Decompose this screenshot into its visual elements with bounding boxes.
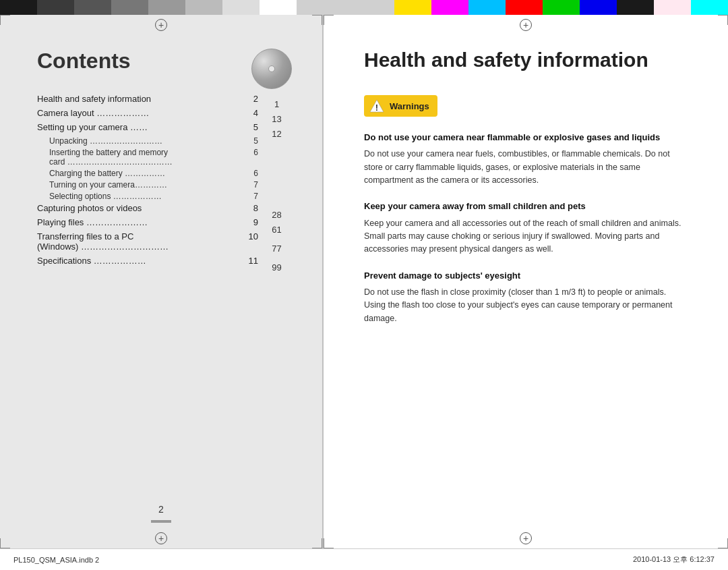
right-num-77: 77 bbox=[272, 237, 281, 260]
footer-right: 2010-01-13 오후 6:12:37 bbox=[633, 554, 715, 565]
toc-entry-specs: Specifications ……………… 11 bbox=[37, 256, 258, 266]
safety-body-3: Do not use the flash in close proximity … bbox=[364, 286, 688, 325]
toc-entry-selecting: Selecting options ……………… 7 bbox=[37, 192, 258, 201]
footer-bar: PL150_QSM_ASIA.indb 2 2010-01-13 오후 6:12… bbox=[0, 548, 728, 570]
right-num-12: 12 bbox=[272, 126, 281, 141]
toc-entry-playing: Playing files ………………… 9 bbox=[37, 217, 258, 227]
safety-heading-1: Do not use your camera near flammable or… bbox=[364, 132, 688, 144]
right-corner-trim-tl bbox=[324, 15, 334, 25]
toc-entry-camera-layout: Camera layout ……………… 4 bbox=[37, 108, 258, 118]
right-corner-trim-br bbox=[718, 538, 728, 548]
footer-left: PL150_QSM_ASIA.indb 2 bbox=[13, 556, 99, 564]
right-color-bars bbox=[324, 0, 728, 15]
safety-body-2: Keep your camera and all accessories out… bbox=[364, 217, 688, 256]
toc-entry-transferring: Transferring files to a PC(Windows) …………… bbox=[37, 231, 258, 252]
corner-trim-tl bbox=[0, 15, 10, 25]
right-num-28: 28 bbox=[272, 207, 281, 222]
cd-icon bbox=[251, 49, 292, 89]
toc-entry-setup: Setting up your camera …… 5 bbox=[37, 122, 258, 132]
reg-mark-top bbox=[154, 18, 168, 32]
page-number-line bbox=[151, 520, 171, 523]
safety-heading-2: Keep your camera away from small childre… bbox=[364, 200, 688, 212]
safety-heading-3: Prevent damage to subjects' eyesight bbox=[364, 270, 688, 282]
page-number: 2 bbox=[158, 504, 164, 515]
safety-section-3: Prevent damage to subjects' eyesight Do … bbox=[364, 270, 688, 325]
health-safety-title: Health and safety information bbox=[364, 49, 688, 72]
svg-text:!: ! bbox=[375, 103, 378, 113]
corner-trim-tr bbox=[312, 15, 322, 25]
warning-box: ! Warnings bbox=[364, 95, 437, 117]
right-reg-mark-top bbox=[519, 18, 533, 32]
toc-entry-charging: Charging the battery …………… 6 bbox=[37, 169, 258, 178]
toc-entries: Health and safety information 2 Camera l… bbox=[37, 94, 258, 275]
toc-right-numbers: 1 13 12 28 61 77 99 bbox=[262, 94, 292, 275]
main-content: Contents Health and safety information 2… bbox=[0, 15, 728, 548]
right-num-13: 13 bbox=[272, 111, 281, 126]
right-num-1: 1 bbox=[274, 96, 279, 111]
right-reg-mark-bottom bbox=[519, 532, 533, 545]
right-corner-trim-bl bbox=[324, 538, 334, 548]
toc-entry-battery: Inserting the battery and memorycard ………… bbox=[37, 148, 258, 167]
corner-trim-br bbox=[312, 538, 322, 548]
right-page: Health and safety information ! Warnings… bbox=[324, 15, 728, 548]
safety-section-1: Do not use your camera near flammable or… bbox=[364, 132, 688, 187]
right-corner-trim-tr bbox=[718, 15, 728, 25]
warning-icon: ! bbox=[369, 98, 384, 113]
left-color-bars bbox=[0, 0, 324, 15]
left-page: Contents Health and safety information 2… bbox=[0, 15, 324, 548]
toc-entry-turning-on: Turning on your camera………… 7 bbox=[37, 180, 258, 190]
corner-trim-bl bbox=[0, 538, 10, 548]
right-num-61: 61 bbox=[272, 222, 281, 237]
toc-entry-capturing: Capturing photos or videos 8 bbox=[37, 203, 258, 213]
right-num-99: 99 bbox=[272, 260, 281, 275]
toc-entry-unpacking: Unpacking ……………………… 5 bbox=[37, 136, 258, 146]
safety-section-2: Keep your camera away from small childre… bbox=[364, 200, 688, 256]
toc-entry-health: Health and safety information 2 bbox=[37, 94, 258, 104]
warning-label: Warnings bbox=[390, 101, 429, 111]
color-bars-top bbox=[0, 0, 728, 15]
reg-mark-bottom bbox=[154, 532, 168, 545]
toc-wrapper: Health and safety information 2 Camera l… bbox=[37, 94, 292, 275]
safety-body-1: Do not use your camera near fuels, combu… bbox=[364, 148, 688, 187]
